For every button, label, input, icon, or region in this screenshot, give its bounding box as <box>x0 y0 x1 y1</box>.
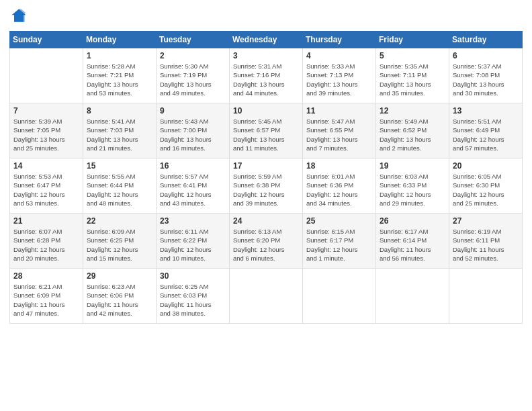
day-number: 7 <box>13 106 79 116</box>
day-number: 25 <box>306 216 372 226</box>
week-row-4: 21Sunrise: 6:07 AM Sunset: 6:28 PM Dayli… <box>10 214 523 269</box>
day-cell: 6Sunrise: 5:37 AM Sunset: 7:08 PM Daylig… <box>449 48 523 103</box>
day-number: 3 <box>233 51 299 60</box>
day-number: 14 <box>13 161 79 171</box>
day-cell: 2Sunrise: 5:30 AM Sunset: 7:19 PM Daylig… <box>157 48 230 103</box>
day-cell: 27Sunrise: 6:19 AM Sunset: 6:11 PM Dayli… <box>449 214 523 269</box>
day-info: Sunrise: 6:11 AM Sunset: 6:22 PM Dayligh… <box>160 227 226 263</box>
day-info: Sunrise: 6:23 AM Sunset: 6:06 PM Dayligh… <box>87 282 152 318</box>
day-number: 11 <box>306 106 372 116</box>
day-cell: 14Sunrise: 5:53 AM Sunset: 6:47 PM Dayli… <box>10 158 83 214</box>
week-row-1: 1Sunrise: 5:28 AM Sunset: 7:21 PM Daylig… <box>10 48 523 103</box>
day-cell: 28Sunrise: 6:21 AM Sunset: 6:09 PM Dayli… <box>10 269 83 324</box>
header <box>9 7 523 26</box>
day-cell: 22Sunrise: 6:09 AM Sunset: 6:25 PM Dayli… <box>83 214 157 269</box>
day-number: 16 <box>160 161 226 171</box>
day-info: Sunrise: 5:43 AM Sunset: 7:00 PM Dayligh… <box>160 117 226 152</box>
day-info: Sunrise: 5:31 AM Sunset: 7:16 PM Dayligh… <box>233 62 299 97</box>
day-cell <box>449 269 523 324</box>
day-info: Sunrise: 6:09 AM Sunset: 6:25 PM Dayligh… <box>87 227 152 263</box>
day-number: 30 <box>160 271 226 281</box>
day-number: 15 <box>87 161 152 171</box>
day-cell: 25Sunrise: 6:15 AM Sunset: 6:17 PM Dayli… <box>303 214 376 269</box>
day-number: 19 <box>380 161 445 171</box>
day-number: 18 <box>306 161 372 171</box>
weekday-sunday: Sunday <box>10 32 83 48</box>
weekday-wednesday: Wednesday <box>230 32 303 48</box>
day-cell: 4Sunrise: 5:33 AM Sunset: 7:13 PM Daylig… <box>303 48 376 103</box>
day-number: 24 <box>233 216 299 226</box>
day-cell: 26Sunrise: 6:17 AM Sunset: 6:14 PM Dayli… <box>376 214 449 269</box>
day-number: 13 <box>453 106 519 116</box>
day-info: Sunrise: 6:21 AM Sunset: 6:09 PM Dayligh… <box>13 282 79 318</box>
day-cell: 29Sunrise: 6:23 AM Sunset: 6:06 PM Dayli… <box>83 269 157 324</box>
calendar-table: SundayMondayTuesdayWednesdayThursdayFrid… <box>9 31 523 324</box>
day-cell: 3Sunrise: 5:31 AM Sunset: 7:16 PM Daylig… <box>230 48 303 103</box>
day-number: 10 <box>233 106 299 116</box>
day-cell: 21Sunrise: 6:07 AM Sunset: 6:28 PM Dayli… <box>10 214 83 269</box>
weekday-tuesday: Tuesday <box>157 32 230 48</box>
day-info: Sunrise: 5:53 AM Sunset: 6:47 PM Dayligh… <box>13 172 79 208</box>
day-cell: 15Sunrise: 5:55 AM Sunset: 6:44 PM Dayli… <box>83 158 157 214</box>
day-number: 22 <box>87 216 152 226</box>
day-cell: 23Sunrise: 6:11 AM Sunset: 6:22 PM Dayli… <box>157 214 230 269</box>
day-info: Sunrise: 6:03 AM Sunset: 6:33 PM Dayligh… <box>380 172 445 208</box>
day-info: Sunrise: 5:28 AM Sunset: 7:21 PM Dayligh… <box>87 62 152 97</box>
day-cell: 30Sunrise: 6:25 AM Sunset: 6:03 PM Dayli… <box>157 269 230 324</box>
logo-icon <box>9 7 28 26</box>
day-cell: 24Sunrise: 6:13 AM Sunset: 6:20 PM Dayli… <box>230 214 303 269</box>
day-cell: 9Sunrise: 5:43 AM Sunset: 7:00 PM Daylig… <box>157 103 230 158</box>
day-number: 28 <box>13 271 79 281</box>
day-info: Sunrise: 5:55 AM Sunset: 6:44 PM Dayligh… <box>87 172 152 208</box>
day-info: Sunrise: 6:05 AM Sunset: 6:30 PM Dayligh… <box>453 172 519 208</box>
day-cell: 13Sunrise: 5:51 AM Sunset: 6:49 PM Dayli… <box>449 103 523 158</box>
day-cell: 16Sunrise: 5:57 AM Sunset: 6:41 PM Dayli… <box>157 158 230 214</box>
week-row-5: 28Sunrise: 6:21 AM Sunset: 6:09 PM Dayli… <box>10 269 523 324</box>
day-number: 26 <box>380 216 445 226</box>
day-info: Sunrise: 6:19 AM Sunset: 6:11 PM Dayligh… <box>453 227 519 263</box>
day-number: 5 <box>380 51 445 60</box>
day-info: Sunrise: 5:45 AM Sunset: 6:57 PM Dayligh… <box>233 117 299 152</box>
day-info: Sunrise: 5:30 AM Sunset: 7:19 PM Dayligh… <box>160 62 226 97</box>
day-info: Sunrise: 6:01 AM Sunset: 6:36 PM Dayligh… <box>306 172 372 208</box>
day-number: 2 <box>160 51 226 60</box>
day-cell: 8Sunrise: 5:41 AM Sunset: 7:03 PM Daylig… <box>83 103 157 158</box>
day-info: Sunrise: 5:57 AM Sunset: 6:41 PM Dayligh… <box>160 172 226 208</box>
day-info: Sunrise: 6:25 AM Sunset: 6:03 PM Dayligh… <box>160 282 226 318</box>
day-cell <box>10 48 83 103</box>
day-cell: 12Sunrise: 5:49 AM Sunset: 6:52 PM Dayli… <box>376 103 449 158</box>
day-cell: 19Sunrise: 6:03 AM Sunset: 6:33 PM Dayli… <box>376 158 449 214</box>
day-info: Sunrise: 5:51 AM Sunset: 6:49 PM Dayligh… <box>453 117 519 152</box>
day-info: Sunrise: 6:17 AM Sunset: 6:14 PM Dayligh… <box>380 227 445 263</box>
day-info: Sunrise: 5:35 AM Sunset: 7:11 PM Dayligh… <box>380 62 445 97</box>
day-info: Sunrise: 5:39 AM Sunset: 7:05 PM Dayligh… <box>13 117 79 152</box>
day-number: 29 <box>87 271 152 281</box>
day-number: 20 <box>453 161 519 171</box>
day-number: 21 <box>13 216 79 226</box>
day-cell: 7Sunrise: 5:39 AM Sunset: 7:05 PM Daylig… <box>10 103 83 158</box>
day-info: Sunrise: 5:37 AM Sunset: 7:08 PM Dayligh… <box>453 62 519 97</box>
day-number: 1 <box>87 51 152 60</box>
day-cell: 20Sunrise: 6:05 AM Sunset: 6:30 PM Dayli… <box>449 158 523 214</box>
weekday-thursday: Thursday <box>303 32 376 48</box>
day-number: 27 <box>453 216 519 226</box>
weekday-monday: Monday <box>83 32 157 48</box>
weekday-saturday: Saturday <box>449 32 523 48</box>
day-cell: 10Sunrise: 5:45 AM Sunset: 6:57 PM Dayli… <box>230 103 303 158</box>
page: SundayMondayTuesdayWednesdayThursdayFrid… <box>0 0 532 411</box>
logo <box>9 7 31 26</box>
day-cell <box>376 269 449 324</box>
day-cell: 18Sunrise: 6:01 AM Sunset: 6:36 PM Dayli… <box>303 158 376 214</box>
weekday-friday: Friday <box>376 32 449 48</box>
day-info: Sunrise: 5:47 AM Sunset: 6:55 PM Dayligh… <box>306 117 372 152</box>
day-number: 6 <box>453 51 519 60</box>
week-row-2: 7Sunrise: 5:39 AM Sunset: 7:05 PM Daylig… <box>10 103 523 158</box>
day-cell: 11Sunrise: 5:47 AM Sunset: 6:55 PM Dayli… <box>303 103 376 158</box>
day-cell: 5Sunrise: 5:35 AM Sunset: 7:11 PM Daylig… <box>376 48 449 103</box>
week-row-3: 14Sunrise: 5:53 AM Sunset: 6:47 PM Dayli… <box>10 158 523 214</box>
day-info: Sunrise: 5:41 AM Sunset: 7:03 PM Dayligh… <box>87 117 152 152</box>
day-number: 8 <box>87 106 152 116</box>
day-cell: 17Sunrise: 5:59 AM Sunset: 6:38 PM Dayli… <box>230 158 303 214</box>
weekday-header-row: SundayMondayTuesdayWednesdayThursdayFrid… <box>10 32 523 48</box>
day-info: Sunrise: 5:59 AM Sunset: 6:38 PM Dayligh… <box>233 172 299 208</box>
